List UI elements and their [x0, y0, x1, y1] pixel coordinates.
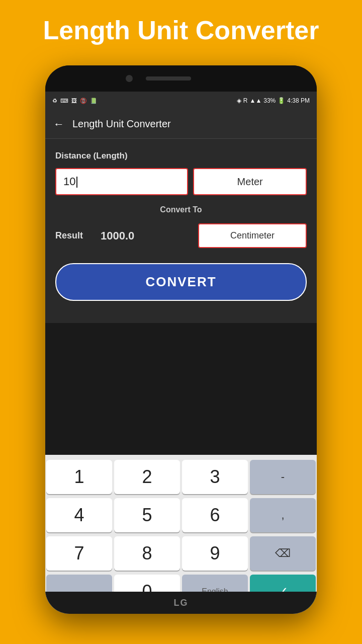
- key-8[interactable]: 8: [114, 536, 180, 571]
- page-title: Length Unit Converter: [0, 15, 362, 45]
- book-icon: 📗: [90, 98, 97, 104]
- network-bars-icon: ▲▲: [250, 97, 262, 104]
- signal-label: R: [243, 97, 248, 104]
- key-1[interactable]: 1: [46, 460, 112, 494]
- key-row-2: 4 5 6 ,: [45, 497, 317, 533]
- image-icon: 🖼: [71, 98, 77, 104]
- key-comma[interactable]: ,: [250, 498, 316, 532]
- key-minus[interactable]: -: [250, 460, 316, 494]
- key-3[interactable]: 3: [182, 460, 248, 494]
- app-content: Distance (Length) 10 Meter Convert To Re…: [45, 139, 317, 323]
- key-7[interactable]: 7: [46, 536, 112, 571]
- key-6[interactable]: 6: [182, 498, 248, 532]
- keyboard-icon: ⌨: [60, 98, 68, 104]
- cursor: [76, 177, 77, 188]
- key-2[interactable]: 2: [114, 460, 180, 494]
- key-4[interactable]: 4: [46, 498, 112, 532]
- result-value: 1000.0: [101, 229, 193, 243]
- keyboard: 1 2 3 - 4 5 6 , 7 8 9 ⌫ . 0 English ✓: [45, 455, 317, 614]
- key-5[interactable]: 5: [114, 498, 180, 532]
- from-unit-selector[interactable]: Meter: [193, 168, 307, 195]
- result-row: Result 1000.0 Centimeter: [55, 223, 307, 248]
- to-unit-label: Centimeter: [230, 230, 275, 241]
- key-9[interactable]: 9: [182, 536, 248, 571]
- value-input[interactable]: 10: [55, 168, 188, 195]
- battery-icon: 🔋: [278, 97, 285, 104]
- battery-label: 33%: [263, 97, 276, 104]
- convert-to-label: Convert To: [55, 205, 307, 214]
- signal-icon: ◈: [237, 97, 241, 104]
- key-row-1: 1 2 3 -: [45, 459, 317, 495]
- to-unit-selector[interactable]: Centimeter: [198, 223, 307, 248]
- result-label: Result: [55, 230, 96, 241]
- camera-icon: [126, 75, 133, 82]
- recycle-icon: ♻: [52, 98, 57, 104]
- backspace-key[interactable]: ⌫: [250, 536, 316, 571]
- input-row: 10 Meter: [55, 168, 307, 195]
- app-bar-title: Length Unit Converter: [72, 118, 171, 130]
- status-left: ♻ ⌨ 🖼 📵 📗: [52, 98, 97, 104]
- phone-bottom: LG: [45, 592, 317, 614]
- value-text: 10: [63, 175, 75, 188]
- time-label: 4:38 PM: [287, 97, 310, 104]
- status-bar: ♻ ⌨ 🖼 📵 📗 ◈ R ▲▲ 33% 🔋 4:38 PM: [45, 92, 317, 110]
- distance-label: Distance (Length): [55, 151, 307, 161]
- app-bar: ← Length Unit Converter: [45, 110, 317, 139]
- status-right: ◈ R ▲▲ 33% 🔋 4:38 PM: [237, 97, 310, 104]
- phone-shell: ♻ ⌨ 🖼 📵 📗 ◈ R ▲▲ 33% 🔋 4:38 PM ← Length …: [45, 65, 317, 614]
- wifi-off-icon: 📵: [80, 98, 87, 104]
- phone-notch: [45, 65, 317, 92]
- lg-logo: LG: [174, 598, 189, 608]
- from-unit-label: Meter: [237, 176, 263, 188]
- key-row-3: 7 8 9 ⌫: [45, 535, 317, 572]
- speaker-icon: [146, 76, 191, 80]
- convert-button[interactable]: CONVERT: [55, 263, 307, 301]
- back-button[interactable]: ←: [53, 118, 64, 131]
